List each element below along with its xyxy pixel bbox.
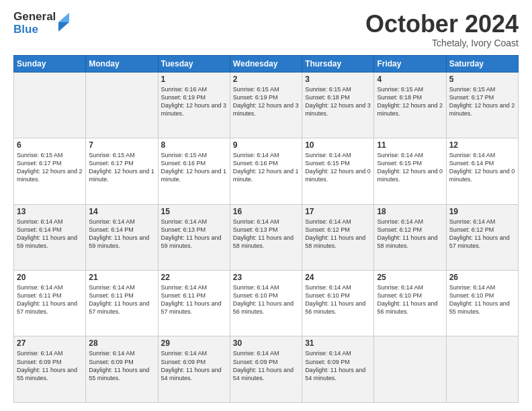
table-row: 16Sunrise: 6:14 AMSunset: 6:13 PMDayligh… xyxy=(230,204,302,270)
day-number: 19 xyxy=(449,207,515,216)
calendar-week-row: 1Sunrise: 6:16 AMSunset: 6:19 PMDaylight… xyxy=(14,72,519,138)
day-info: Sunrise: 6:14 AMSunset: 6:13 PMDaylight:… xyxy=(161,218,227,250)
weekday-header-row: Sunday Monday Tuesday Wednesday Thursday… xyxy=(14,55,519,72)
day-number: 7 xyxy=(89,140,154,150)
table-row: 2Sunrise: 6:15 AMSunset: 6:19 PMDaylight… xyxy=(230,72,302,138)
table-row: 10Sunrise: 6:14 AMSunset: 6:15 PMDayligh… xyxy=(302,138,374,204)
day-info: Sunrise: 6:14 AMSunset: 6:12 PMDaylight:… xyxy=(377,218,443,250)
day-info: Sunrise: 6:14 AMSunset: 6:14 PMDaylight:… xyxy=(17,218,83,250)
header: General Blue October 2024 Tchetaly, Ivor… xyxy=(13,11,519,48)
day-info: Sunrise: 6:14 AMSunset: 6:14 PMDaylight:… xyxy=(89,218,154,250)
day-number: 16 xyxy=(233,207,299,216)
table-row xyxy=(86,72,158,138)
table-row: 7Sunrise: 6:15 AMSunset: 6:17 PMDaylight… xyxy=(86,138,158,204)
table-row: 22Sunrise: 6:14 AMSunset: 6:11 PMDayligh… xyxy=(158,271,230,336)
table-row: 18Sunrise: 6:14 AMSunset: 6:12 PMDayligh… xyxy=(374,204,446,270)
day-number: 31 xyxy=(305,338,371,348)
day-number: 14 xyxy=(89,207,154,216)
page: General Blue October 2024 Tchetaly, Ivor… xyxy=(0,0,532,411)
day-info: Sunrise: 6:15 AMSunset: 6:18 PMDaylight:… xyxy=(305,85,371,118)
calendar-week-row: 27Sunrise: 6:14 AMSunset: 6:09 PMDayligh… xyxy=(14,336,519,403)
day-info: Sunrise: 6:14 AMSunset: 6:12 PMDaylight:… xyxy=(305,218,371,250)
calendar-week-row: 13Sunrise: 6:14 AMSunset: 6:14 PMDayligh… xyxy=(14,204,519,270)
day-info: Sunrise: 6:14 AMSunset: 6:15 PMDaylight:… xyxy=(377,151,443,184)
day-info: Sunrise: 6:14 AMSunset: 6:15 PMDaylight:… xyxy=(305,151,371,184)
title-block: October 2024 Tchetaly, Ivory Coast xyxy=(365,11,519,48)
day-info: Sunrise: 6:14 AMSunset: 6:10 PMDaylight:… xyxy=(377,283,443,316)
table-row: 24Sunrise: 6:14 AMSunset: 6:10 PMDayligh… xyxy=(302,271,374,336)
day-number: 3 xyxy=(305,75,371,84)
day-number: 11 xyxy=(377,140,443,150)
day-info: Sunrise: 6:15 AMSunset: 6:18 PMDaylight:… xyxy=(377,85,443,118)
day-info: Sunrise: 6:14 AMSunset: 6:11 PMDaylight:… xyxy=(161,283,227,316)
day-info: Sunrise: 6:16 AMSunset: 6:19 PMDaylight:… xyxy=(161,85,227,118)
table-row: 27Sunrise: 6:14 AMSunset: 6:09 PMDayligh… xyxy=(14,336,86,403)
table-row: 4Sunrise: 6:15 AMSunset: 6:18 PMDaylight… xyxy=(374,72,446,138)
day-info: Sunrise: 6:14 AMSunset: 6:11 PMDaylight:… xyxy=(17,283,83,316)
day-number: 26 xyxy=(449,273,515,282)
table-row xyxy=(14,72,86,138)
table-row: 26Sunrise: 6:14 AMSunset: 6:10 PMDayligh… xyxy=(446,271,518,336)
table-row: 20Sunrise: 6:14 AMSunset: 6:11 PMDayligh… xyxy=(14,271,86,336)
table-row: 17Sunrise: 6:14 AMSunset: 6:12 PMDayligh… xyxy=(302,204,374,270)
table-row: 6Sunrise: 6:15 AMSunset: 6:17 PMDaylight… xyxy=(14,138,86,204)
table-row: 19Sunrise: 6:14 AMSunset: 6:12 PMDayligh… xyxy=(446,204,518,270)
day-number: 6 xyxy=(17,140,83,150)
day-info: Sunrise: 6:15 AMSunset: 6:19 PMDaylight:… xyxy=(233,85,299,118)
subtitle: Tchetaly, Ivory Coast xyxy=(365,38,519,48)
day-info: Sunrise: 6:14 AMSunset: 6:16 PMDaylight:… xyxy=(233,151,299,184)
day-number: 22 xyxy=(161,273,227,282)
day-number: 13 xyxy=(17,207,83,216)
svg-marker-1 xyxy=(58,13,69,22)
table-row: 12Sunrise: 6:14 AMSunset: 6:14 PMDayligh… xyxy=(446,138,518,204)
day-info: Sunrise: 6:14 AMSunset: 6:10 PMDaylight:… xyxy=(305,283,371,316)
day-info: Sunrise: 6:14 AMSunset: 6:11 PMDaylight:… xyxy=(89,283,154,316)
day-number: 28 xyxy=(89,338,154,348)
table-row: 23Sunrise: 6:14 AMSunset: 6:10 PMDayligh… xyxy=(230,271,302,336)
header-saturday: Saturday xyxy=(446,55,518,72)
day-number: 5 xyxy=(449,75,515,84)
table-row: 8Sunrise: 6:15 AMSunset: 6:16 PMDaylight… xyxy=(158,138,230,204)
day-info: Sunrise: 6:14 AMSunset: 6:13 PMDaylight:… xyxy=(233,218,299,250)
table-row: 29Sunrise: 6:14 AMSunset: 6:09 PMDayligh… xyxy=(158,336,230,403)
calendar-week-row: 20Sunrise: 6:14 AMSunset: 6:11 PMDayligh… xyxy=(14,271,519,336)
header-thursday: Thursday xyxy=(302,55,374,72)
header-friday: Friday xyxy=(374,55,446,72)
day-number: 2 xyxy=(233,75,299,84)
header-sunday: Sunday xyxy=(14,55,86,72)
table-row: 13Sunrise: 6:14 AMSunset: 6:14 PMDayligh… xyxy=(14,204,86,270)
day-info: Sunrise: 6:15 AMSunset: 6:16 PMDaylight:… xyxy=(161,151,227,184)
day-info: Sunrise: 6:15 AMSunset: 6:17 PMDaylight:… xyxy=(17,151,83,184)
day-number: 10 xyxy=(305,140,371,150)
calendar-week-row: 6Sunrise: 6:15 AMSunset: 6:17 PMDaylight… xyxy=(14,138,519,204)
header-tuesday: Tuesday xyxy=(158,55,230,72)
day-number: 23 xyxy=(233,273,299,282)
logo: General Blue xyxy=(13,11,71,36)
table-row: 31Sunrise: 6:14 AMSunset: 6:09 PMDayligh… xyxy=(302,336,374,403)
table-row: 28Sunrise: 6:14 AMSunset: 6:09 PMDayligh… xyxy=(86,336,158,403)
day-info: Sunrise: 6:14 AMSunset: 6:09 PMDaylight:… xyxy=(17,349,83,382)
month-title: October 2024 xyxy=(365,11,519,38)
day-info: Sunrise: 6:14 AMSunset: 6:10 PMDaylight:… xyxy=(233,283,299,316)
table-row xyxy=(446,336,518,403)
day-info: Sunrise: 6:15 AMSunset: 6:17 PMDaylight:… xyxy=(89,151,154,184)
table-row: 11Sunrise: 6:14 AMSunset: 6:15 PMDayligh… xyxy=(374,138,446,204)
calendar-table: Sunday Monday Tuesday Wednesday Thursday… xyxy=(13,55,519,403)
day-number: 18 xyxy=(377,207,443,216)
table-row: 1Sunrise: 6:16 AMSunset: 6:19 PMDaylight… xyxy=(158,72,230,138)
header-wednesday: Wednesday xyxy=(230,55,302,72)
table-row: 3Sunrise: 6:15 AMSunset: 6:18 PMDaylight… xyxy=(302,72,374,138)
table-row: 5Sunrise: 6:15 AMSunset: 6:17 PMDaylight… xyxy=(446,72,518,138)
svg-marker-0 xyxy=(58,22,69,32)
day-number: 17 xyxy=(305,207,371,216)
day-number: 9 xyxy=(233,140,299,150)
day-info: Sunrise: 6:14 AMSunset: 6:14 PMDaylight:… xyxy=(449,151,515,184)
day-info: Sunrise: 6:14 AMSunset: 6:09 PMDaylight:… xyxy=(305,349,371,382)
header-monday: Monday xyxy=(86,55,158,72)
table-row: 25Sunrise: 6:14 AMSunset: 6:10 PMDayligh… xyxy=(374,271,446,336)
day-info: Sunrise: 6:15 AMSunset: 6:17 PMDaylight:… xyxy=(449,85,515,118)
day-info: Sunrise: 6:14 AMSunset: 6:12 PMDaylight:… xyxy=(449,218,515,250)
day-number: 24 xyxy=(305,273,371,282)
table-row: 21Sunrise: 6:14 AMSunset: 6:11 PMDayligh… xyxy=(86,271,158,336)
table-row: 14Sunrise: 6:14 AMSunset: 6:14 PMDayligh… xyxy=(86,204,158,270)
